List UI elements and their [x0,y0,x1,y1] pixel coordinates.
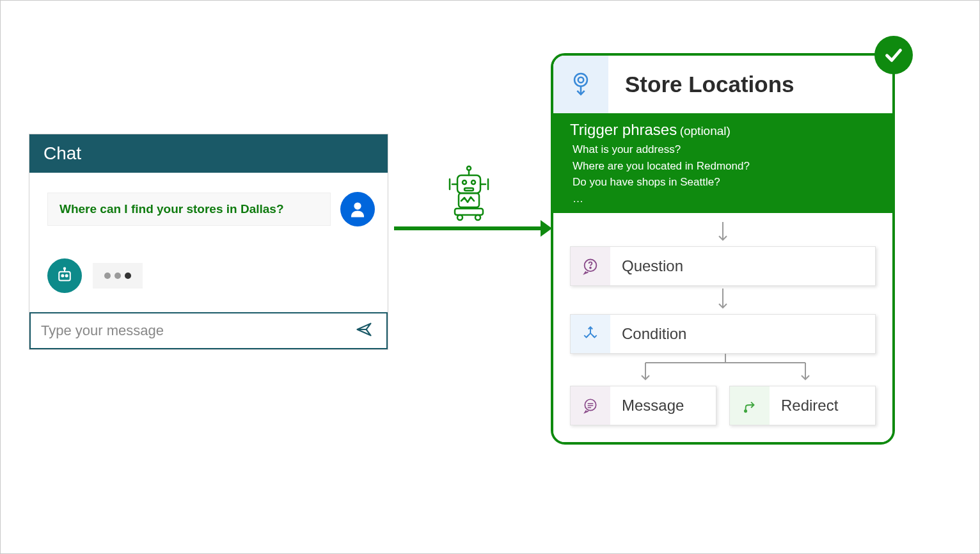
condition-node[interactable]: Condition [570,314,876,354]
svg-point-0 [354,202,361,209]
flow-area: Question Condition [553,213,892,442]
question-icon [571,247,610,285]
chat-panel: Chat Where can I find your stores in Dal… [29,134,388,350]
branch-row: Message Redirect [570,386,876,425]
trigger-phrases-section: Trigger phrases (optional) What is your … [553,113,892,213]
trigger-suffix: (optional) [680,124,731,138]
user-message-row: Where can I find your stores in Dallas? [47,192,375,226]
svg-point-8 [462,180,466,184]
svg-point-2 [61,275,63,277]
svg-point-5 [64,268,66,270]
svg-point-3 [66,275,68,277]
trigger-phrase: Where are you located in Redmond? [573,158,876,175]
svg-point-19 [457,215,462,220]
chat-input[interactable] [31,313,342,348]
trigger-label: Trigger phrases [570,121,677,138]
trigger-phrase: Do you have shops in Seattle? [573,174,876,191]
question-node-label: Question [610,247,875,285]
svg-rect-10 [464,188,473,191]
trigger-phrase: … [573,191,876,207]
typing-dot [104,273,111,279]
svg-point-9 [471,180,475,184]
arrow-connector [394,226,542,230]
svg-point-20 [475,215,480,220]
branch-connector [570,354,876,386]
flow-arrow-icon [570,221,876,246]
checkmark-badge-icon [874,36,913,74]
message-node-label: Message [610,386,716,425]
typing-indicator [93,263,143,289]
question-node[interactable]: Question [570,246,876,286]
condition-node-label: Condition [610,315,875,353]
svg-point-12 [467,166,471,170]
chat-input-row [29,312,388,349]
message-icon [571,386,610,425]
typing-dot [115,273,121,279]
robot-icon [442,164,496,224]
topic-icon [553,56,608,113]
flow-arrow-icon [570,286,876,314]
trigger-phrase: What is your address? [573,141,876,158]
bot-avatar-icon [47,258,82,293]
condition-icon [571,315,610,353]
topic-title: Store Locations [608,72,794,97]
chat-header: Chat [29,134,388,173]
svg-point-33 [585,399,596,410]
svg-point-22 [578,77,584,83]
svg-rect-1 [59,272,70,281]
svg-point-37 [745,410,747,412]
redirect-node[interactable]: Redirect [729,386,876,425]
svg-rect-18 [455,209,483,215]
user-message-bubble: Where can I find your stores in Dallas? [47,193,331,226]
redirect-icon [730,386,770,425]
bot-typing-row [47,258,375,293]
message-node[interactable]: Message [570,386,716,425]
typing-dot [125,273,131,279]
user-avatar-icon [340,192,375,226]
diagram-canvas: Chat Where can I find your stores in Dal… [0,0,980,554]
svg-point-26 [590,267,591,269]
send-button[interactable] [342,315,386,346]
topic-card: Store Locations Trigger phrases (optiona… [551,53,895,445]
trigger-phrases-heading: Trigger phrases (optional) [570,121,876,139]
topic-header: Store Locations [553,56,892,113]
chat-body: Where can I find your stores in Dallas? [29,173,388,312]
svg-point-21 [574,74,587,86]
trigger-phrases-list: What is your address? Where are you loca… [570,141,876,207]
redirect-node-label: Redirect [770,386,875,425]
